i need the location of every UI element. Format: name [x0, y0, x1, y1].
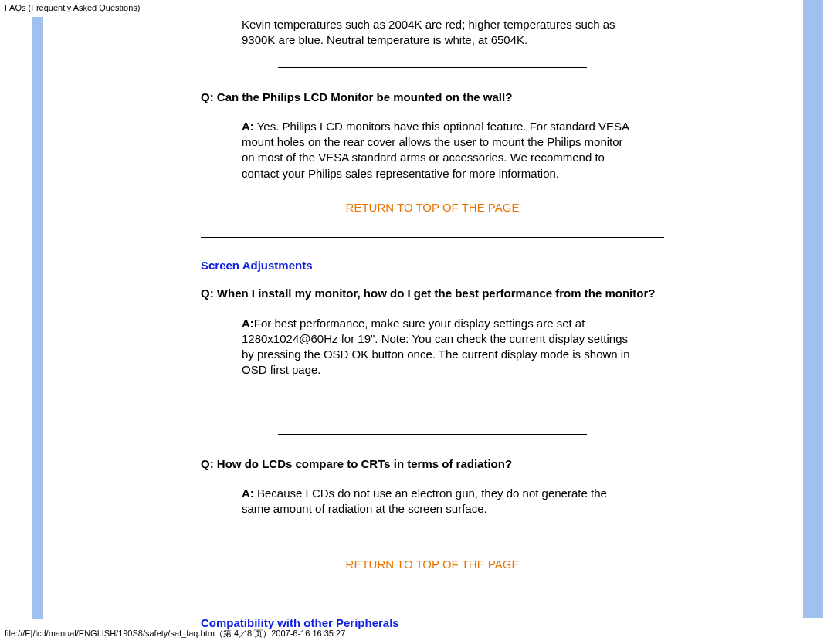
faq-answer-radiation: A: Because LCDs do not use an electron g… [242, 486, 636, 517]
q-label: Q: [201, 90, 217, 103]
a-text: For best performance, make sure your dis… [242, 317, 630, 377]
divider [278, 67, 587, 68]
a-label: A: [242, 317, 254, 330]
q-text: Can the Philips LCD Monitor be mounted o… [217, 90, 513, 103]
q-text: When I install my monitor, how do I get … [217, 286, 656, 300]
sidebar-stripe [32, 17, 43, 619]
divider [278, 434, 587, 435]
q-label: Q: [201, 457, 217, 470]
faq-answer-wall-mount: A: Yes. Philips LCD monitors have this o… [242, 119, 636, 181]
a-label: A: [242, 120, 254, 133]
page-header: FAQs (Frequently Asked Questions) [0, 0, 834, 15]
return-to-top-link[interactable]: RETURN TO TOP OF THE PAGE [201, 557, 664, 572]
faq-question-best-performance: Q: When I install my monitor, how do I g… [201, 286, 664, 301]
a-label: A: [242, 486, 257, 500]
return-to-top-link[interactable]: RETURN TO TOP OF THE PAGE [201, 200, 664, 215]
section-divider [201, 595, 664, 595]
faq-question-wall-mount: Q: Can the Philips LCD Monitor be mounte… [201, 90, 664, 105]
section-divider [201, 237, 664, 238]
page-footer-path: file:///E|/lcd/manual/ENGLISH/190S8/safe… [5, 628, 345, 639]
faq-answer-best-performance: A:For best performance, make sure your d… [242, 316, 636, 378]
a-text: Because LCDs do not use an electron gun,… [242, 486, 607, 515]
spacer [201, 517, 664, 538]
q-text: How do LCDs compare to CRTs in terms of … [217, 457, 512, 470]
a-text: Yes. Philips LCD monitors have this opti… [242, 120, 629, 180]
spacer [201, 378, 664, 415]
q-label: Q: [201, 286, 217, 300]
section-heading-screen-adjustments: Screen Adjustments [201, 258, 664, 273]
content-area: Kevin temperatures such as 2004K are red… [201, 17, 664, 644]
faq-question-radiation: Q: How do LCDs compare to CRTs in terms … [201, 456, 664, 472]
right-stripe [803, 0, 823, 618]
intro-paragraph: Kevin temperatures such as 2004K are red… [242, 17, 628, 49]
